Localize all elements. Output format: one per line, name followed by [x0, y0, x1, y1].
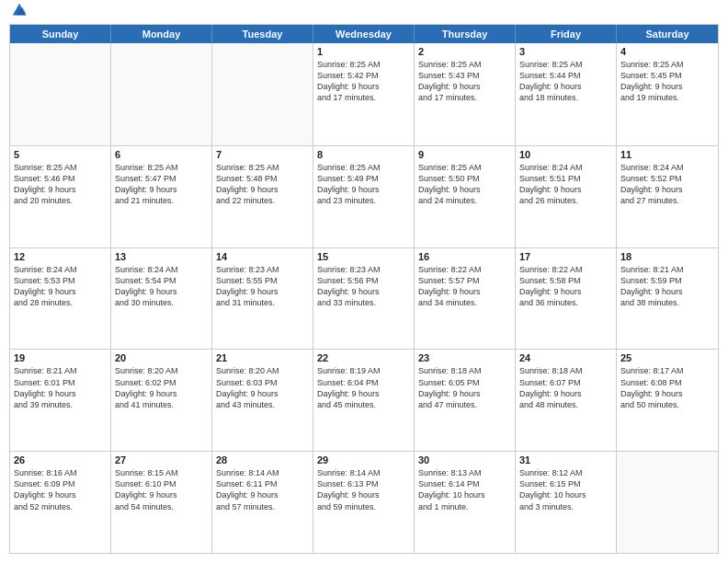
- day-cell-5: 5Sunrise: 8:25 AM Sunset: 5:46 PM Daylig…: [10, 146, 111, 247]
- day-number: 26: [14, 454, 107, 465]
- day-number: 21: [216, 352, 309, 363]
- day-cell-21: 21Sunrise: 8:20 AM Sunset: 6:03 PM Dayli…: [212, 350, 313, 451]
- day-cell-24: 24Sunrise: 8:18 AM Sunset: 6:07 PM Dayli…: [516, 350, 617, 451]
- calendar-row-5: 26Sunrise: 8:16 AM Sunset: 6:09 PM Dayli…: [10, 451, 718, 553]
- day-cell-29: 29Sunrise: 8:14 AM Sunset: 6:13 PM Dayli…: [313, 452, 415, 553]
- day-cell-1: 1Sunrise: 8:25 AM Sunset: 5:42 PM Daylig…: [313, 43, 415, 145]
- calendar-row-3: 12Sunrise: 8:24 AM Sunset: 5:53 PM Dayli…: [10, 247, 718, 350]
- day-info: Sunrise: 8:19 AM Sunset: 6:04 PM Dayligh…: [317, 365, 410, 410]
- calendar-row-1: 1Sunrise: 8:25 AM Sunset: 5:42 PM Daylig…: [10, 43, 718, 145]
- day-number: 6: [115, 149, 208, 160]
- day-cell-10: 10Sunrise: 8:24 AM Sunset: 5:51 PM Dayli…: [516, 146, 617, 247]
- day-number: 4: [620, 46, 714, 57]
- day-info: Sunrise: 8:22 AM Sunset: 5:58 PM Dayligh…: [519, 264, 612, 309]
- empty-cell: [111, 43, 212, 145]
- day-cell-26: 26Sunrise: 8:16 AM Sunset: 6:09 PM Dayli…: [10, 452, 111, 553]
- day-number: 11: [620, 149, 714, 160]
- day-number: 27: [115, 454, 208, 465]
- day-number: 24: [519, 352, 612, 363]
- day-header-thursday: Thursday: [415, 25, 516, 43]
- day-cell-8: 8Sunrise: 8:25 AM Sunset: 5:49 PM Daylig…: [313, 146, 415, 247]
- day-number: 2: [418, 46, 511, 57]
- day-number: 10: [519, 149, 612, 160]
- day-cell-11: 11Sunrise: 8:24 AM Sunset: 5:52 PM Dayli…: [617, 146, 718, 247]
- logo-icon: [11, 2, 28, 18]
- empty-cell: [212, 43, 313, 145]
- day-cell-27: 27Sunrise: 8:15 AM Sunset: 6:10 PM Dayli…: [111, 452, 212, 553]
- page: SundayMondayTuesdayWednesdayThursdayFrid…: [0, 0, 728, 563]
- day-info: Sunrise: 8:24 AM Sunset: 5:51 PM Dayligh…: [519, 162, 612, 207]
- day-number: 23: [418, 352, 511, 363]
- day-number: 16: [418, 251, 511, 262]
- day-info: Sunrise: 8:14 AM Sunset: 6:11 PM Dayligh…: [216, 467, 309, 512]
- day-info: Sunrise: 8:21 AM Sunset: 6:01 PM Dayligh…: [14, 365, 107, 410]
- day-info: Sunrise: 8:16 AM Sunset: 6:09 PM Dayligh…: [14, 467, 107, 512]
- day-info: Sunrise: 8:25 AM Sunset: 5:44 PM Dayligh…: [519, 59, 612, 104]
- day-header-monday: Monday: [111, 25, 212, 43]
- day-number: 18: [620, 251, 714, 262]
- day-number: 31: [519, 454, 612, 465]
- day-info: Sunrise: 8:24 AM Sunset: 5:52 PM Dayligh…: [620, 162, 714, 207]
- day-header-sunday: Sunday: [10, 25, 111, 43]
- calendar-row-4: 19Sunrise: 8:21 AM Sunset: 6:01 PM Dayli…: [10, 349, 718, 451]
- day-cell-3: 3Sunrise: 8:25 AM Sunset: 5:44 PM Daylig…: [516, 43, 617, 145]
- day-cell-20: 20Sunrise: 8:20 AM Sunset: 6:02 PM Dayli…: [111, 350, 212, 451]
- day-cell-15: 15Sunrise: 8:23 AM Sunset: 5:56 PM Dayli…: [313, 248, 415, 350]
- day-number: 9: [418, 149, 511, 160]
- empty-cell: [10, 43, 111, 145]
- day-number: 29: [317, 454, 410, 465]
- day-cell-12: 12Sunrise: 8:24 AM Sunset: 5:53 PM Dayli…: [10, 248, 111, 350]
- day-number: 19: [14, 352, 107, 363]
- day-info: Sunrise: 8:23 AM Sunset: 5:55 PM Dayligh…: [216, 264, 309, 309]
- day-number: 8: [317, 149, 410, 160]
- day-info: Sunrise: 8:18 AM Sunset: 6:07 PM Dayligh…: [519, 365, 612, 410]
- day-info: Sunrise: 8:25 AM Sunset: 5:50 PM Dayligh…: [418, 162, 511, 207]
- day-cell-28: 28Sunrise: 8:14 AM Sunset: 6:11 PM Dayli…: [212, 452, 313, 553]
- day-cell-30: 30Sunrise: 8:13 AM Sunset: 6:14 PM Dayli…: [415, 452, 516, 553]
- day-number: 5: [14, 149, 107, 160]
- day-cell-23: 23Sunrise: 8:18 AM Sunset: 6:05 PM Dayli…: [415, 350, 516, 451]
- day-cell-7: 7Sunrise: 8:25 AM Sunset: 5:48 PM Daylig…: [212, 146, 313, 247]
- day-info: Sunrise: 8:23 AM Sunset: 5:56 PM Dayligh…: [317, 264, 410, 309]
- day-info: Sunrise: 8:17 AM Sunset: 6:08 PM Dayligh…: [620, 365, 714, 410]
- day-info: Sunrise: 8:25 AM Sunset: 5:42 PM Dayligh…: [317, 59, 410, 104]
- day-number: 1: [317, 46, 410, 57]
- day-number: 15: [317, 251, 410, 262]
- day-number: 13: [115, 251, 208, 262]
- day-info: Sunrise: 8:22 AM Sunset: 5:57 PM Dayligh…: [418, 264, 511, 309]
- day-cell-22: 22Sunrise: 8:19 AM Sunset: 6:04 PM Dayli…: [313, 350, 415, 451]
- day-header-saturday: Saturday: [617, 25, 718, 43]
- day-info: Sunrise: 8:14 AM Sunset: 6:13 PM Dayligh…: [317, 467, 410, 512]
- day-number: 20: [115, 352, 208, 363]
- logo: [9, 9, 28, 18]
- day-info: Sunrise: 8:24 AM Sunset: 5:53 PM Dayligh…: [14, 264, 107, 309]
- calendar-header: SundayMondayTuesdayWednesdayThursdayFrid…: [10, 25, 718, 43]
- day-number: 7: [216, 149, 309, 160]
- calendar-row-2: 5Sunrise: 8:25 AM Sunset: 5:46 PM Daylig…: [10, 145, 718, 247]
- day-info: Sunrise: 8:25 AM Sunset: 5:49 PM Dayligh…: [317, 162, 410, 207]
- day-cell-31: 31Sunrise: 8:12 AM Sunset: 6:15 PM Dayli…: [516, 452, 617, 553]
- day-info: Sunrise: 8:24 AM Sunset: 5:54 PM Dayligh…: [115, 264, 208, 309]
- day-cell-14: 14Sunrise: 8:23 AM Sunset: 5:55 PM Dayli…: [212, 248, 313, 350]
- day-header-friday: Friday: [516, 25, 617, 43]
- day-number: 14: [216, 251, 309, 262]
- calendar-body: 1Sunrise: 8:25 AM Sunset: 5:42 PM Daylig…: [10, 43, 718, 553]
- day-number: 17: [519, 251, 612, 262]
- day-info: Sunrise: 8:25 AM Sunset: 5:43 PM Dayligh…: [418, 59, 511, 104]
- day-cell-17: 17Sunrise: 8:22 AM Sunset: 5:58 PM Dayli…: [516, 248, 617, 350]
- day-header-tuesday: Tuesday: [212, 25, 313, 43]
- day-cell-6: 6Sunrise: 8:25 AM Sunset: 5:47 PM Daylig…: [111, 146, 212, 247]
- day-info: Sunrise: 8:25 AM Sunset: 5:48 PM Dayligh…: [216, 162, 309, 207]
- day-info: Sunrise: 8:20 AM Sunset: 6:03 PM Dayligh…: [216, 365, 309, 410]
- day-cell-18: 18Sunrise: 8:21 AM Sunset: 5:59 PM Dayli…: [617, 248, 718, 350]
- day-header-wednesday: Wednesday: [313, 25, 415, 43]
- day-number: 30: [418, 454, 511, 465]
- day-cell-2: 2Sunrise: 8:25 AM Sunset: 5:43 PM Daylig…: [415, 43, 516, 145]
- day-number: 12: [14, 251, 107, 262]
- day-info: Sunrise: 8:20 AM Sunset: 6:02 PM Dayligh…: [115, 365, 208, 410]
- day-info: Sunrise: 8:15 AM Sunset: 6:10 PM Dayligh…: [115, 467, 208, 512]
- day-cell-25: 25Sunrise: 8:17 AM Sunset: 6:08 PM Dayli…: [617, 350, 718, 451]
- day-info: Sunrise: 8:21 AM Sunset: 5:59 PM Dayligh…: [620, 264, 714, 309]
- day-number: 3: [519, 46, 612, 57]
- day-cell-4: 4Sunrise: 8:25 AM Sunset: 5:45 PM Daylig…: [617, 43, 718, 145]
